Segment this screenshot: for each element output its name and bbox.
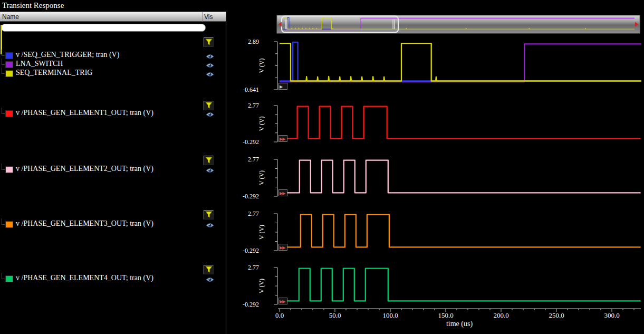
waveform-trace bbox=[280, 269, 641, 301]
x-tick-label: 200.0 bbox=[493, 311, 508, 319]
y-tick-label-bottom: -0.292 bbox=[243, 138, 259, 146]
y-tick-label-bottom: -0.292 bbox=[243, 193, 259, 200]
visibility-eye-icon[interactable] bbox=[206, 275, 214, 282]
signal-label: v /PHASE_GEN_ELEMENT3_OUT; tran (V) bbox=[16, 220, 153, 228]
y-tick-label-top: 2.77 bbox=[248, 156, 259, 163]
signal-row[interactable]: v /PHASE_GEN_ELEMENT4_OUT; tran (V) bbox=[0, 274, 201, 283]
funnel-icon bbox=[205, 38, 213, 46]
signal-row[interactable]: v /PHASE_GEN_ELEMENT1_OUT; tran (V) bbox=[0, 109, 201, 118]
waveform-trace bbox=[280, 43, 644, 81]
visibility-eye-icon[interactable] bbox=[206, 61, 214, 68]
strip-filter-button[interactable] bbox=[204, 101, 214, 110]
x-tick-label: 250.0 bbox=[549, 311, 564, 319]
tree-connector bbox=[2, 68, 5, 74]
signal-label: v /PHASE_GEN_ELEMENT2_OUT; tran (V) bbox=[16, 165, 153, 173]
signal-color-swatch bbox=[5, 221, 13, 228]
waveform-trace bbox=[280, 160, 641, 193]
waveform-trace bbox=[280, 107, 641, 139]
x-tick-label: 50.0 bbox=[329, 311, 341, 319]
y-axis-label: V (V) bbox=[258, 58, 265, 73]
x-tick-label: 300.0 bbox=[604, 311, 619, 319]
signal-label: v /PHASE_GEN_ELEMENT1_OUT; tran (V) bbox=[16, 109, 153, 117]
y-axis-label: V (V) bbox=[258, 116, 265, 131]
x-tick-label: 0.0 bbox=[275, 311, 284, 319]
signal-row[interactable]: LNA_SWITCH bbox=[0, 60, 201, 69]
name-column-header: Name bbox=[2, 13, 19, 21]
waveform-viewer-window: 2.89-0.641V (V)▶2.77-0.292V (V)▶▶2.77-0.… bbox=[0, 0, 644, 334]
signal-label: v /SEQ_GEN_TRIGGER; tran (V) bbox=[16, 51, 119, 59]
strip-filter-button[interactable] bbox=[204, 210, 214, 220]
signal-color-swatch bbox=[5, 52, 13, 59]
waveform-trace bbox=[280, 42, 644, 81]
signal-label: v /PHASE_GEN_ELEMENT4_OUT; tran (V) bbox=[16, 274, 153, 282]
waveform-trace bbox=[280, 215, 641, 247]
tree-connector bbox=[2, 59, 5, 65]
signal-label: SEQ_TERMINAL_TRIG bbox=[16, 69, 92, 77]
tree-connector bbox=[2, 273, 5, 279]
funnel-icon bbox=[205, 156, 213, 164]
tree-connector bbox=[2, 50, 5, 56]
y-axis-label: V (V) bbox=[258, 170, 265, 185]
y-tick-label-top: 2.77 bbox=[248, 264, 259, 271]
strip-filter-button[interactable] bbox=[204, 37, 214, 47]
signal-row[interactable]: v /PHASE_GEN_ELEMENT2_OUT; tran (V) bbox=[0, 165, 201, 174]
y-tick-label-top: 2.89 bbox=[248, 38, 259, 45]
vis-column-header: Vis bbox=[204, 13, 213, 21]
y-tick-label-top: 2.77 bbox=[248, 102, 259, 109]
strip-filter-button[interactable] bbox=[204, 265, 214, 274]
nav-zoom-window[interactable] bbox=[282, 16, 398, 33]
funnel-icon bbox=[205, 101, 213, 109]
tree-connector bbox=[2, 108, 5, 114]
y-axis-label: V (V) bbox=[258, 279, 265, 293]
y-tick-label-bottom: -0.292 bbox=[243, 301, 259, 308]
signal-color-swatch bbox=[5, 110, 13, 117]
signal-color-swatch bbox=[5, 70, 13, 77]
funnel-icon bbox=[205, 211, 213, 218]
signal-color-swatch bbox=[5, 61, 13, 68]
column-separator bbox=[202, 12, 203, 22]
visibility-eye-icon[interactable] bbox=[206, 221, 214, 227]
y-tick-label-bottom: -0.641 bbox=[243, 86, 259, 93]
visibility-eye-icon[interactable] bbox=[206, 70, 214, 77]
x-tick-label: 150.0 bbox=[438, 311, 453, 319]
signal-color-swatch bbox=[5, 166, 13, 173]
signal-color-swatch bbox=[5, 275, 13, 282]
signal-list-header: Name Vis bbox=[0, 12, 226, 22]
waveform-trace bbox=[280, 44, 644, 82]
visibility-eye-icon[interactable] bbox=[206, 110, 214, 117]
signal-row[interactable]: SEQ_TERMINAL_TRIG bbox=[0, 69, 201, 78]
y-tick-label-top: 2.77 bbox=[248, 210, 259, 217]
window-title: Transient Response bbox=[2, 1, 64, 10]
visibility-eye-icon[interactable] bbox=[206, 52, 214, 59]
signal-row[interactable]: v /SEQ_GEN_TRIGGER; tran (V) bbox=[0, 51, 201, 60]
tree-connector bbox=[2, 218, 5, 225]
x-axis-label: time (us) bbox=[446, 320, 473, 328]
tree-connector bbox=[2, 164, 5, 170]
strip-filter-button[interactable] bbox=[204, 156, 214, 165]
x-tick-label: 100.0 bbox=[382, 311, 398, 319]
visibility-eye-icon[interactable] bbox=[206, 166, 214, 173]
panel-plot-divider bbox=[226, 12, 226, 334]
signal-row[interactable]: v /PHASE_GEN_ELEMENT3_OUT; tran (V) bbox=[0, 220, 201, 228]
y-tick-label-bottom: -0.292 bbox=[243, 247, 259, 254]
funnel-icon bbox=[205, 265, 213, 273]
signal-filter-input[interactable] bbox=[1, 24, 206, 32]
signal-label: LNA_SWITCH bbox=[16, 60, 63, 68]
y-axis-label: V (V) bbox=[258, 225, 265, 240]
